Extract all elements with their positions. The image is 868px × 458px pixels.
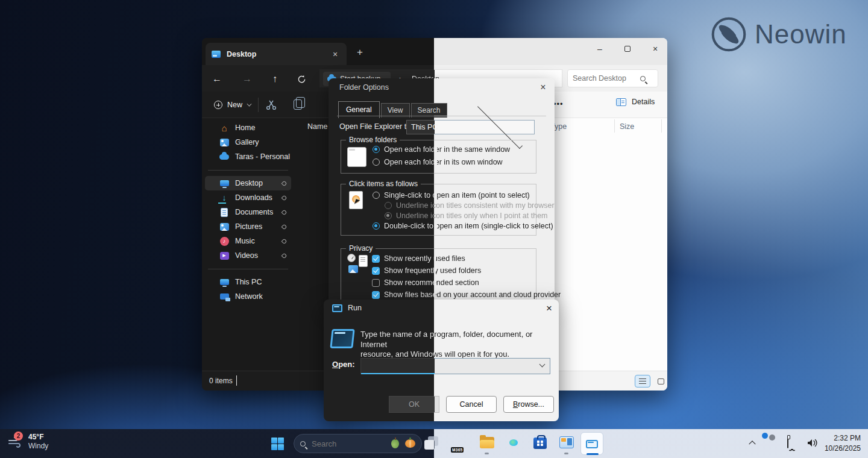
run-open-combobox[interactable] (360, 358, 550, 374)
folder-options-tabs: General View Search (338, 101, 448, 118)
search-desktop-input[interactable] (573, 74, 640, 83)
checkbox-cloud-files[interactable]: Show files based on your account and clo… (372, 290, 561, 299)
cancel-button[interactable]: Cancel (446, 396, 497, 413)
sidebar-item-pictures[interactable]: Pictures (205, 219, 291, 234)
gallery-icon (219, 137, 229, 147)
radio-single-click[interactable]: Single-click to open an item (point to s… (373, 191, 530, 199)
task-view-button[interactable] (424, 436, 440, 451)
refresh-icon (297, 75, 306, 84)
details-view-toggle[interactable] (635, 375, 650, 387)
pinned-app-taskbar-button[interactable] (559, 435, 574, 451)
column-divider[interactable] (661, 119, 662, 133)
forward-button[interactable]: → (239, 71, 255, 87)
file-explorer-taskbar-button[interactable] (479, 435, 495, 451)
explorer-tab-desktop[interactable]: Desktop × (206, 43, 347, 65)
network-tray-button[interactable] (787, 438, 788, 448)
dialog-title: Folder Options (339, 83, 389, 92)
new-tab-button[interactable]: + (357, 46, 363, 58)
checkbox-icon[interactable] (372, 255, 380, 263)
radio-underline-consistent[interactable]: Underline icon titles consistent with my… (385, 201, 555, 210)
volume-tray-button[interactable] (807, 438, 819, 451)
sidebar-item-gallery[interactable]: Gallery (205, 135, 291, 149)
open-label: Open: (332, 360, 355, 369)
grid-view-icon (658, 378, 664, 384)
sidebar-item-this-pc[interactable]: This PC (205, 275, 291, 289)
speaker-icon (807, 438, 819, 448)
checkbox-recommended[interactable]: Show recommended section (372, 278, 479, 287)
tray-overflow-button[interactable] (750, 440, 756, 446)
column-header-name[interactable]: Name (307, 122, 327, 131)
radio-icon[interactable] (373, 158, 380, 166)
radio-underline-point[interactable]: Underline icon titles only when I point … (385, 212, 548, 220)
weather-widget[interactable]: 2 45°F Windy (7, 433, 48, 451)
refresh-button[interactable] (294, 71, 309, 87)
open-explorer-to-dropdown[interactable]: This PC (406, 120, 535, 134)
sidebar-item-network[interactable]: Network (205, 289, 291, 304)
edge-taskbar-button[interactable] (506, 435, 521, 451)
copy-button[interactable] (294, 99, 302, 110)
privacy-icon (347, 254, 368, 273)
sidebar-item-desktop[interactable]: Desktop (205, 176, 291, 190)
up-button[interactable]: ↑ (267, 71, 283, 87)
taskbar-clock[interactable]: 2:32 PM 10/26/2025 (825, 433, 861, 454)
details-pane-icon (616, 98, 626, 106)
column-header-size[interactable]: Size (620, 122, 634, 131)
search-icon (640, 76, 646, 81)
minimize-button[interactable]: – (588, 42, 612, 56)
pear-emoji-icon (391, 439, 399, 448)
copilot-m365-button[interactable]: M365 (453, 435, 468, 451)
tab-close-icon[interactable]: × (330, 49, 341, 59)
sidebar-item-downloads[interactable]: ↓ Downloads (205, 190, 291, 205)
checkbox-frequent-folders[interactable]: Show frequently used folders (372, 266, 481, 275)
run-close-button[interactable]: × (542, 301, 556, 316)
checkbox-icon[interactable] (372, 267, 380, 275)
sidebar-item-onedrive[interactable]: Taras - Personal (205, 149, 291, 164)
checkbox-icon[interactable] (372, 279, 380, 287)
explorer-search-box[interactable] (567, 69, 658, 87)
store-taskbar-button[interactable] (532, 435, 548, 451)
new-button[interactable]: New (208, 96, 257, 114)
icons-view-toggle[interactable] (653, 375, 667, 387)
browse-folders-icon (347, 147, 366, 167)
sidebar-item-home[interactable]: ⌂ Home (205, 121, 291, 135)
sidebar-item-videos[interactable]: ▶ Videos (205, 248, 291, 263)
run-taskbar-button-active[interactable] (580, 432, 603, 455)
list-view-icon (639, 378, 646, 384)
sidebar-item-music[interactable]: ♪ Music (205, 234, 291, 248)
close-button[interactable]: × (643, 42, 667, 56)
ok-button[interactable]: OK (389, 396, 439, 413)
checkbox-recent-files[interactable]: Show recently used files (372, 254, 465, 263)
pin-icon (281, 195, 288, 201)
weather-temp: 45°F (28, 433, 48, 442)
checkbox-icon[interactable] (372, 291, 380, 299)
maximize-button[interactable] (615, 42, 640, 56)
radio-same-window[interactable]: Open each folder in the same window (373, 145, 510, 154)
radio-double-click[interactable]: Double-click to open an item (single-cli… (373, 222, 553, 230)
start-button[interactable] (268, 434, 287, 453)
radio-own-window[interactable]: Open each folder in its own window (373, 158, 503, 166)
taskbar-search-box[interactable] (294, 434, 422, 453)
column-divider[interactable] (614, 119, 615, 133)
browse-button[interactable]: Browse... (503, 396, 554, 413)
radio-icon (385, 202, 392, 209)
onedrive-icon (219, 152, 229, 162)
radio-icon[interactable] (373, 146, 380, 153)
taskbar-search-input[interactable] (312, 439, 385, 448)
documents-icon (219, 207, 229, 217)
scissors-icon (265, 99, 277, 111)
this-pc-icon (219, 277, 229, 287)
run-command-input[interactable] (361, 359, 550, 374)
back-button[interactable]: ← (209, 71, 225, 87)
taskbar: 2 45°F Windy M365 (0, 429, 868, 458)
details-view-button[interactable]: Details (616, 98, 655, 106)
cut-button[interactable] (265, 99, 277, 111)
radio-icon[interactable] (373, 222, 380, 230)
folder-options-dialog: Folder Options × General View Search Ope… (329, 78, 555, 309)
sidebar-item-documents[interactable]: Documents (205, 205, 291, 219)
radio-icon[interactable] (373, 192, 380, 199)
explorer-sidebar: ⌂ Home Gallery Taras - Personal Desktop … (202, 121, 294, 304)
dialog-close-button[interactable]: × (536, 81, 550, 94)
pumpkin-emoji-icon (405, 439, 415, 448)
run-description: Type the name of a program, folder, docu… (360, 330, 557, 360)
see-more-button[interactable]: ••• (553, 99, 564, 108)
